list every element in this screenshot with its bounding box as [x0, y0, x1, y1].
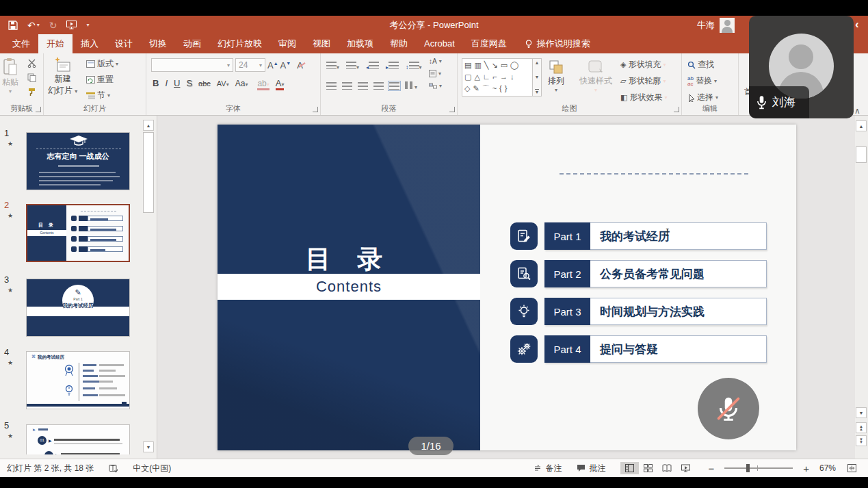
grow-font-button[interactable]: A▲ — [267, 60, 278, 70]
toc-item-1[interactable]: Part 1我的考试经历 — [510, 222, 770, 250]
scroll-down-icon[interactable]: ▼ — [856, 407, 867, 418]
slide-thumbnail-1[interactable]: 志有定向 一战成公 — [26, 132, 130, 190]
convert-smartart-button[interactable]: ▾ — [429, 82, 442, 90]
numbering-button[interactable]: ▾ — [346, 60, 359, 72]
new-slide-button[interactable]: 新建 幻灯片 ▾ — [48, 57, 77, 97]
customize-qat-icon[interactable]: ▾ — [86, 23, 89, 28]
text-highlight-button[interactable]: ab▾ — [257, 79, 269, 90]
tab-home[interactable]: 开始 — [38, 34, 73, 53]
shrink-font-button[interactable]: A▼ — [280, 60, 291, 70]
scroll-up-icon[interactable]: ▲ — [856, 120, 867, 131]
reset-button[interactable]: 重置 — [86, 74, 118, 86]
tab-animations[interactable]: 动画 — [175, 34, 209, 53]
tab-addins[interactable]: 加载项 — [339, 34, 382, 53]
shape-effects-button[interactable]: ◧形状效果▾ — [620, 92, 667, 103]
italic-button[interactable]: I — [165, 78, 168, 88]
tab-transitions[interactable]: 切换 — [141, 34, 175, 53]
thumbnail-scrollbar[interactable]: ▲ ▼ — [143, 118, 155, 455]
start-slideshow-icon[interactable] — [66, 21, 77, 29]
language-status[interactable]: 中文(中国) — [133, 463, 171, 474]
account-area[interactable]: 牛海 — [697, 16, 735, 34]
shape-fill-button[interactable]: ◈形状填充▾ — [620, 59, 667, 70]
clear-formatting-button[interactable]: A — [297, 60, 303, 70]
zoom-level[interactable]: 67% — [819, 463, 836, 473]
tab-insert[interactable]: 插入 — [73, 34, 107, 53]
character-spacing-button[interactable]: AV▾ — [217, 79, 229, 88]
arrange-button[interactable]: 排列▾ — [548, 59, 564, 93]
scroll-up-icon[interactable]: ▲ — [143, 120, 154, 131]
paste-button[interactable]: 粘贴▾ — [2, 57, 18, 94]
quick-styles-button[interactable]: 快速样式▾ — [579, 59, 612, 93]
zoom-slider-thumb[interactable] — [746, 464, 750, 472]
comments-toggle[interactable]: 批注 — [577, 463, 605, 474]
notes-toggle[interactable]: 备注 — [534, 463, 562, 474]
section-button[interactable]: 节▾ — [86, 90, 118, 101]
tab-view[interactable]: 视图 — [304, 34, 339, 53]
dialog-launcher-icon[interactable] — [313, 107, 318, 112]
tab-help[interactable]: 帮助 — [382, 34, 416, 53]
spellcheck-icon[interactable] — [109, 464, 118, 473]
slide-title[interactable]: 目 录 — [218, 242, 480, 277]
columns-button[interactable]: ▾ — [405, 79, 417, 92]
tab-design[interactable]: 设计 — [107, 34, 141, 53]
find-button[interactable]: 查找 — [687, 59, 718, 70]
align-text-button[interactable]: ▾ — [429, 70, 442, 77]
slide-thumbnail-3[interactable]: ✎ Part 1 我的考试经历 — [26, 279, 130, 337]
tab-file[interactable]: 文件 — [4, 34, 38, 53]
line-spacing-button[interactable]: ↕▾ — [406, 60, 422, 72]
decrease-indent-button[interactable]: ◂ — [366, 60, 379, 72]
font-size-combo[interactable]: 24▾ — [235, 58, 265, 72]
scrollbar-thumb[interactable] — [143, 132, 154, 213]
zoom-slider[interactable] — [724, 467, 793, 469]
slide-subtitle-band[interactable]: Contents — [218, 274, 480, 300]
dialog-launcher-icon[interactable] — [36, 107, 41, 112]
slide-scrollbar[interactable]: ▲ ▼ ▲▲ ▼▼ — [855, 116, 868, 459]
layout-button[interactable]: 版式▾ — [86, 58, 118, 70]
dialog-launcher-icon[interactable] — [674, 107, 679, 112]
bold-button[interactable]: B — [153, 78, 159, 88]
text-shadow-button[interactable]: S — [186, 78, 192, 88]
tab-baidu-netdisk[interactable]: 百度网盘 — [463, 34, 515, 53]
cut-icon[interactable] — [27, 59, 36, 68]
copy-icon[interactable] — [27, 73, 36, 82]
shape-outline-button[interactable]: ▱形状轮廓▾ — [620, 75, 667, 87]
align-right-button[interactable] — [358, 82, 368, 90]
slideshow-view-button[interactable] — [676, 462, 695, 474]
previous-slide-icon[interactable]: ▲▲ — [856, 422, 867, 433]
scroll-down-icon[interactable]: ▼ — [143, 441, 154, 452]
tell-me-search[interactable]: 操作说明搜索 — [525, 34, 590, 53]
tab-review[interactable]: 审阅 — [270, 34, 304, 53]
collapse-ribbon-icon[interactable]: ∧ — [854, 106, 860, 116]
tab-acrobat[interactable]: Acrobat — [416, 34, 463, 53]
next-slide-icon[interactable]: ▼▼ — [856, 435, 867, 446]
justify-button[interactable] — [373, 82, 384, 90]
redo-icon[interactable]: ↻ — [49, 21, 57, 30]
participant-video-tile[interactable]: 刘海 — [749, 16, 854, 118]
font-color-button[interactable]: A▾ — [276, 78, 285, 90]
shapes-gallery-scroll[interactable]: ▲▼▼ — [533, 58, 542, 97]
toc-item-3[interactable]: Part 3时间规划与方法实践 — [510, 298, 770, 325]
align-left-button[interactable] — [326, 82, 337, 90]
dialog-launcher-icon[interactable] — [449, 107, 455, 112]
save-icon[interactable] — [8, 21, 18, 30]
underline-button[interactable]: U — [174, 78, 180, 88]
text-direction-button[interactable]: ↕A▾ — [429, 57, 442, 65]
strikethrough-button[interactable]: abc — [198, 79, 211, 88]
undo-icon[interactable]: ↶▾ — [27, 21, 40, 30]
change-case-button[interactable]: Aa▾ — [235, 79, 248, 88]
shapes-gallery[interactable]: ▤▥╲↘▭◯ ▢△∟⌐→↓ ◇✎⌒~{} — [462, 58, 533, 97]
reading-view-button[interactable] — [657, 462, 676, 474]
toc-item-2[interactable]: Part 2公务员备考常见问题 — [510, 260, 770, 287]
zoom-out-icon[interactable]: − — [703, 461, 719, 476]
slide-thumbnail-4[interactable]: ⌘ 我的考试经历 — [26, 351, 130, 409]
slide-thumbnail-5[interactable]: ➤ 01 ▶ ▶ — [26, 424, 130, 454]
toc-item-4[interactable]: Part 4提问与答疑 — [510, 335, 770, 363]
account-avatar[interactable] — [720, 18, 735, 33]
microphone-muted-button[interactable] — [698, 378, 759, 439]
align-center-button[interactable] — [342, 82, 352, 90]
select-button[interactable]: 选择▾ — [687, 92, 718, 103]
normal-view-button[interactable] — [620, 462, 639, 474]
bullets-button[interactable]: ▾ — [326, 60, 339, 72]
tab-slideshow[interactable]: 幻灯片放映 — [209, 34, 270, 53]
increase-indent-button[interactable]: ▸ — [386, 60, 399, 72]
